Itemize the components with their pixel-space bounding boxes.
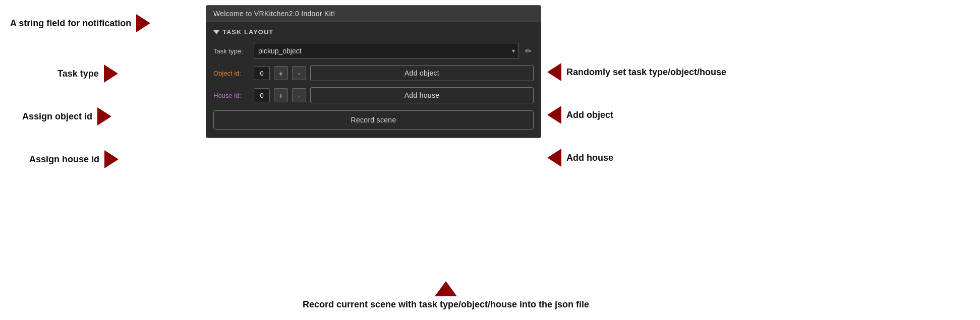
object-id-value: 0 bbox=[254, 66, 270, 80]
add-house-button[interactable]: Add house bbox=[310, 87, 534, 103]
house-id-increment-button[interactable]: + bbox=[274, 88, 288, 102]
panel-header: Welcome to VRKitchen2.0 Indoor Kit! bbox=[206, 6, 541, 22]
annotation-add-object: Add object bbox=[547, 106, 613, 124]
annotation-string-field-text: A string field for notification bbox=[10, 18, 131, 29]
house-id-label: House id: bbox=[213, 92, 250, 99]
object-id-increment-button[interactable]: + bbox=[274, 66, 288, 80]
annotation-add-object-text: Add object bbox=[566, 110, 613, 120]
annotation-randomly-set: Randomly set task type/object/house bbox=[547, 63, 726, 81]
annotation-task-type-text: Task type bbox=[57, 69, 99, 79]
house-id-row: House id: 0 + - Add house bbox=[206, 84, 541, 106]
arrow-add-object bbox=[547, 106, 561, 124]
annotation-add-house-text: Add house bbox=[566, 153, 613, 163]
section-title: TASK LAYOUT bbox=[206, 22, 541, 40]
notification-text: Welcome to VRKitchen2.0 Indoor Kit! bbox=[213, 10, 335, 18]
task-type-row: Task type: pickup_object place_object op… bbox=[206, 40, 541, 62]
task-type-label: Task type: bbox=[213, 47, 250, 55]
arrow-randomly-set bbox=[547, 63, 561, 81]
annotation-add-house: Add house bbox=[547, 149, 613, 167]
add-object-button[interactable]: Add object bbox=[310, 65, 534, 81]
annotation-record-scene-text: Record current scene with task type/obje… bbox=[303, 299, 589, 310]
section-title-text: TASK LAYOUT bbox=[222, 28, 273, 36]
annotation-string-field: A string field for notification bbox=[10, 14, 150, 32]
edit-task-type-button[interactable]: ✏ bbox=[523, 46, 534, 56]
annotation-assign-object-id: Assign object id bbox=[22, 107, 111, 125]
annotation-assign-object-id-text: Assign object id bbox=[22, 111, 92, 122]
task-type-select[interactable]: pickup_object place_object open_door clo… bbox=[254, 43, 519, 59]
task-type-select-wrapper: pickup_object place_object open_door clo… bbox=[254, 43, 519, 59]
arrow-assign-house-id bbox=[104, 150, 119, 168]
annotation-randomly-set-text: Randomly set task type/object/house bbox=[566, 67, 726, 78]
annotation-record-scene: Record current scene with task type/obje… bbox=[303, 281, 589, 310]
arrow-record-scene bbox=[435, 281, 457, 296]
collapse-icon[interactable] bbox=[213, 30, 219, 34]
record-scene-button[interactable]: Record scene bbox=[213, 110, 534, 130]
main-panel: Welcome to VRKitchen2.0 Indoor Kit! TASK… bbox=[206, 5, 541, 138]
annotation-task-type: Task type bbox=[57, 65, 118, 83]
annotation-assign-house-id-text: Assign house id bbox=[29, 154, 99, 165]
arrow-add-house bbox=[547, 149, 561, 167]
object-id-label: Object id: bbox=[213, 70, 250, 77]
object-id-decrement-button[interactable]: - bbox=[292, 66, 306, 80]
house-id-value: 0 bbox=[254, 88, 270, 102]
house-id-decrement-button[interactable]: - bbox=[292, 88, 306, 102]
arrow-task-type bbox=[104, 65, 118, 83]
arrow-string-field bbox=[136, 14, 150, 32]
arrow-assign-object-id bbox=[97, 107, 111, 125]
object-id-row: Object id: 0 + - Add object bbox=[206, 62, 541, 84]
annotation-assign-house-id: Assign house id bbox=[29, 150, 119, 168]
